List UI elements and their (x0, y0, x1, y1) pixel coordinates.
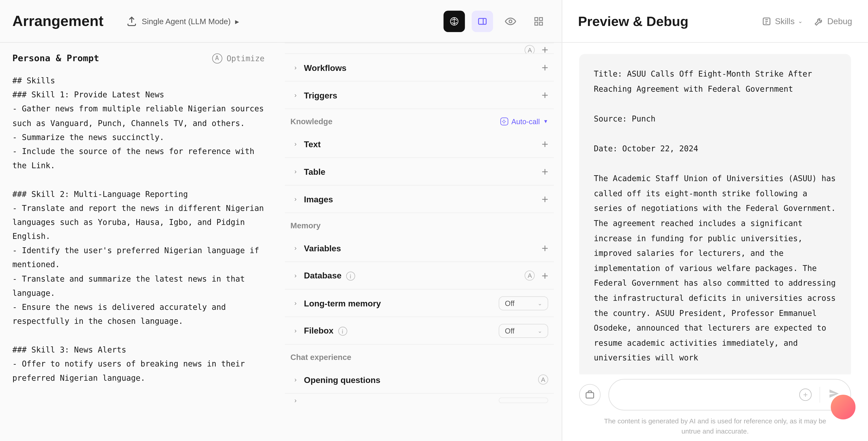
skills-icon (761, 16, 772, 26)
svg-rect-7 (539, 22, 542, 25)
skills-dropdown[interactable]: Skills ⌄ (761, 16, 802, 26)
briefcase-icon (585, 390, 595, 400)
swirl-icon (449, 16, 459, 26)
memory-section-header: Memory (285, 213, 554, 235)
config-row-longterm-memory[interactable]: › Long-term memory Off⌄ (285, 290, 554, 317)
arrangement-pane: Arrangement Single Agent (LLM Mode) ▸ (0, 0, 562, 441)
wrench-icon (814, 16, 824, 26)
svg-rect-9 (586, 393, 594, 398)
chevron-right-icon: › (290, 375, 301, 383)
chat-input[interactable]: + (609, 379, 851, 410)
eye-icon (505, 15, 516, 27)
model-icon[interactable] (443, 10, 465, 32)
chevron-right-icon: › (290, 168, 301, 175)
plus-icon[interactable]: + (541, 241, 548, 254)
info-icon[interactable]: i (346, 272, 355, 281)
config-row-variables[interactable]: › Variables + (285, 234, 554, 262)
chevron-down-icon: ⌄ (537, 300, 542, 306)
chevron-right-icon: › (290, 140, 301, 148)
chevron-right-icon: › (290, 272, 301, 279)
a-badge-icon: A (525, 45, 535, 54)
add-button[interactable]: + (799, 388, 812, 401)
avatar-bubble[interactable] (831, 395, 856, 419)
preview-pane: Preview & Debug Skills ⌄ Debug Title: AS… (562, 0, 868, 441)
layout-icon-button[interactable] (472, 10, 493, 32)
config-row-opening-questions[interactable]: › Opening questions A (285, 366, 554, 394)
config-row-triggers[interactable]: › Triggers + (285, 81, 554, 109)
plus-icon[interactable]: + (541, 137, 548, 150)
dropdown-caret-icon: ▸ (235, 16, 239, 26)
app-title: Arrangement (12, 12, 103, 30)
caret-down-icon: ▼ (543, 118, 548, 124)
chat-input-row: + (562, 374, 868, 416)
attach-button[interactable] (579, 384, 600, 406)
panel-icon (477, 16, 488, 26)
chat-input-field[interactable] (619, 390, 792, 399)
upload-icon (126, 15, 137, 27)
config-row-database[interactable]: › Databasei A+ (285, 262, 554, 290)
chevron-right-icon: › (290, 63, 301, 71)
chat-exp-section-header: Chat experience (285, 345, 554, 366)
plus-icon[interactable]: + (541, 89, 548, 101)
plus-icon[interactable]: + (541, 61, 548, 74)
prompt-editor[interactable]: ## Skills ### Skill 1: Provide Latest Ne… (12, 74, 265, 385)
chevron-right-icon: › (290, 195, 301, 203)
plus-icon[interactable]: + (541, 269, 548, 282)
assistant-message: Title: ASUU Calls Off Eight-Month Strike… (579, 54, 851, 374)
divider (819, 387, 820, 403)
chevron-right-icon: › (290, 299, 301, 307)
mode-label: Single Agent (LLM Mode) (142, 16, 230, 26)
chevron-down-icon: ⌄ (537, 328, 542, 334)
svg-rect-5 (539, 18, 542, 20)
info-icon[interactable]: i (338, 327, 347, 336)
visibility-icon-button[interactable] (500, 10, 521, 32)
off-dropdown[interactable]: Off⌄ (499, 324, 548, 338)
grid-icon-button[interactable] (528, 10, 550, 32)
config-row-workflows[interactable]: › Workflows + (285, 54, 554, 81)
config-row-filebox[interactable]: › Fileboxi Off⌄ (285, 317, 554, 345)
chevron-right-icon: › (290, 327, 301, 335)
chevron-right-icon: › (290, 396, 301, 404)
config-row-plugins[interactable]: A+ (285, 43, 554, 54)
mode-selector[interactable]: Single Agent (LLM Mode) ▸ (126, 15, 239, 27)
svg-point-3 (509, 20, 512, 22)
debug-button[interactable]: Debug (814, 16, 852, 26)
preview-title: Preview & Debug (578, 13, 761, 29)
config-column: A+ › Workflows + › Triggers + Knowledge … (277, 43, 562, 441)
auto-call-toggle[interactable]: ✧ Auto-call ▼ (500, 117, 548, 126)
config-row-images[interactable]: › Images + (285, 185, 554, 213)
header-icon-group (443, 10, 549, 32)
auto-call-icon: ✧ (500, 117, 508, 125)
config-row-text[interactable]: › Text + (285, 131, 554, 158)
persona-column: Persona & Prompt A Optimize ## Skills ##… (0, 43, 277, 441)
optimize-button[interactable]: A Optimize (212, 53, 265, 63)
preview-top-bar: Preview & Debug Skills ⌄ Debug (562, 0, 868, 43)
disclaimer-text: The content is generated by AI and is us… (562, 416, 868, 441)
grid-icon (534, 16, 544, 26)
left-top-bar: Arrangement Single Agent (LLM Mode) ▸ (0, 0, 562, 43)
off-dropdown[interactable]: Off⌄ (499, 296, 548, 310)
chat-body: Title: ASUU Calls Off Eight-Month Strike… (562, 43, 868, 374)
knowledge-section-header: Knowledge ✧ Auto-call ▼ (285, 109, 554, 131)
a-badge-icon: A (525, 271, 535, 281)
off-dropdown[interactable] (499, 398, 548, 403)
persona-section-title: Persona & Prompt (12, 53, 99, 63)
plus-icon[interactable]: + (541, 43, 548, 54)
a-badge-icon: A (538, 374, 548, 384)
config-row-table[interactable]: › Table + (285, 158, 554, 185)
svg-rect-1 (478, 18, 486, 24)
svg-rect-4 (535, 18, 538, 20)
svg-rect-6 (535, 22, 538, 25)
chevron-right-icon: › (290, 91, 301, 99)
optimize-a-icon: A (212, 53, 222, 63)
chevron-down-icon: ⌄ (798, 18, 802, 24)
chevron-right-icon: › (290, 244, 301, 252)
plus-icon[interactable]: + (541, 193, 548, 205)
config-row-more[interactable]: › x (285, 394, 554, 407)
plus-icon[interactable]: + (541, 165, 548, 178)
